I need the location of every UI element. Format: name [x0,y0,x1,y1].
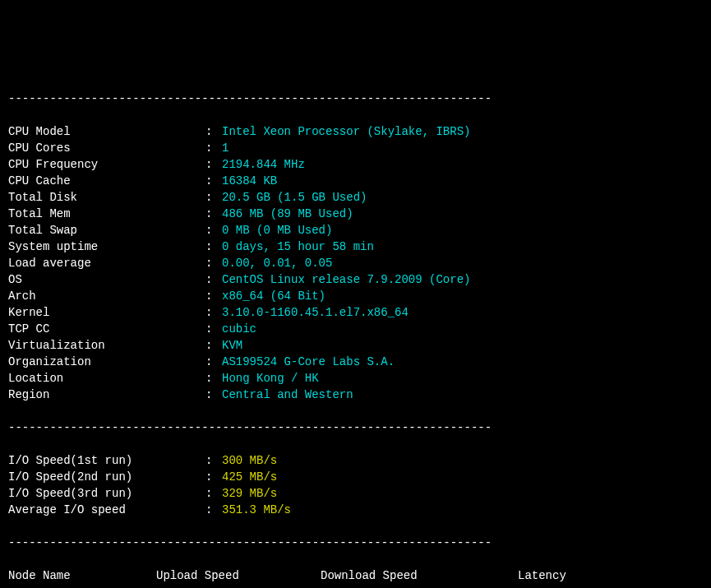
colon: : [205,173,222,189]
sysinfo-label: Virtualization [8,337,205,354]
colon: : [205,222,222,238]
sysinfo-label: Total Mem [8,206,205,222]
col-node: Node Name [8,567,156,584]
io-value: 300 MB/s [222,454,277,467]
sysinfo-value: 20.5 GB (1.5 GB Used) [222,191,367,204]
sysinfo-row: OS: CentOS Linux release 7.9.2009 (Core) [8,271,703,288]
io-value: 425 MB/s [222,470,277,484]
io-block: I/O Speed(1st run): 300 MB/sI/O Speed(2n… [8,452,703,518]
io-label: Average I/O speed [8,502,205,518]
io-row: Average I/O speed: 351.3 MB/s [8,502,703,518]
sysinfo-label: TCP CC [8,321,205,337]
sysinfo-row: TCP CC: cubic [8,321,703,337]
sysinfo-label: Total Swap [8,222,205,238]
sysinfo-row: Organization: AS199524 G-Core Labs S.A. [8,354,703,370]
sysinfo-value: 486 MB (89 MB Used) [222,207,353,220]
col-latency: Latency [518,567,566,584]
sysinfo-label: CPU Cache [8,173,205,189]
colon: : [205,354,222,370]
sysinfo-label: Load average [8,255,205,271]
sysinfo-value: AS199524 G-Core Labs S.A. [222,355,395,368]
sysinfo-block: CPU Model: Intel Xeon Processor (Skylake… [8,123,703,403]
colon: : [205,304,222,321]
colon: : [205,206,222,222]
sysinfo-label: Location [8,370,205,387]
io-row: I/O Speed(2nd run): 425 MB/s [8,469,703,485]
sysinfo-label: Total Disk [8,189,205,206]
divider-line: ----------------------------------------… [8,419,703,436]
io-value: 351.3 MB/s [222,503,291,516]
sysinfo-row: System uptime: 0 days, 15 hour 58 min [8,238,703,255]
sysinfo-value: 0 days, 15 hour 58 min [222,240,374,253]
colon: : [205,485,222,502]
sysinfo-label: OS [8,271,205,288]
divider-line: ----------------------------------------… [8,535,703,551]
sysinfo-label: Organization [8,354,205,370]
io-label: I/O Speed(2nd run) [8,469,205,485]
sysinfo-row: CPU Cache: 16384 KB [8,173,703,189]
sysinfo-label: CPU Frequency [8,156,205,173]
colon: : [205,469,222,485]
colon: : [205,288,222,304]
colon: : [205,271,222,288]
sysinfo-value: Central and Western [222,388,353,401]
sysinfo-value: x86_64 (64 Bit) [222,289,325,303]
sysinfo-value: 3.10.0-1160.45.1.el7.x86_64 [222,306,409,319]
colon: : [205,370,222,387]
io-value: 329 MB/s [222,487,277,500]
sysinfo-value: 16384 KB [222,174,277,188]
sysinfo-row: Kernel: 3.10.0-1160.45.1.el7.x86_64 [8,304,703,321]
sysinfo-row: Arch: x86_64 (64 Bit) [8,288,703,304]
colon: : [205,255,222,271]
sysinfo-label: Region [8,387,205,403]
col-download: Download Speed [321,567,518,584]
io-row: I/O Speed(1st run): 300 MB/s [8,452,703,469]
sysinfo-row: Region: Central and Western [8,387,703,403]
sysinfo-value: 2194.844 MHz [222,158,305,171]
net-header-row: Node NameUpload SpeedDownload SpeedLaten… [8,567,703,584]
sysinfo-row: Total Disk: 20.5 GB (1.5 GB Used) [8,189,703,206]
io-label: I/O Speed(1st run) [8,452,205,469]
sysinfo-value: KVM [222,339,242,352]
sysinfo-value: Hong Kong / HK [222,372,319,385]
divider-line: ----------------------------------------… [8,90,703,107]
colon: : [205,156,222,173]
sysinfo-value: 0 MB (0 MB Used) [222,224,332,237]
colon: : [205,189,222,206]
sysinfo-value: 0.00, 0.01, 0.05 [222,257,332,270]
sysinfo-value: 1 [222,141,229,155]
sysinfo-value: cubic [222,322,256,336]
sysinfo-row: CPU Frequency: 2194.844 MHz [8,156,703,173]
sysinfo-row: Total Swap: 0 MB (0 MB Used) [8,222,703,238]
colon: : [205,123,222,140]
sysinfo-label: CPU Cores [8,140,205,156]
sysinfo-row: CPU Model: Intel Xeon Processor (Skylake… [8,123,703,140]
colon: : [205,140,222,156]
sysinfo-label: System uptime [8,238,205,255]
sysinfo-value: Intel Xeon Processor (Skylake, IBRS) [222,125,470,138]
sysinfo-row: Location: Hong Kong / HK [8,370,703,387]
sysinfo-row: Virtualization: KVM [8,337,703,354]
sysinfo-row: CPU Cores: 1 [8,140,703,156]
colon: : [205,337,222,354]
col-upload: Upload Speed [156,567,321,584]
sysinfo-row: Load average: 0.00, 0.01, 0.05 [8,255,703,271]
sysinfo-label: Kernel [8,304,205,321]
sysinfo-label: Arch [8,288,205,304]
colon: : [205,502,222,518]
colon: : [205,321,222,337]
colon: : [205,452,222,469]
colon: : [205,387,222,403]
sysinfo-value: CentOS Linux release 7.9.2009 (Core) [222,273,470,286]
sysinfo-label: CPU Model [8,123,205,140]
colon: : [205,238,222,255]
sysinfo-row: Total Mem: 486 MB (89 MB Used) [8,206,703,222]
terminal-output: ----------------------------------------… [8,74,703,588]
io-row: I/O Speed(3rd run): 329 MB/s [8,485,703,502]
io-label: I/O Speed(3rd run) [8,485,205,502]
